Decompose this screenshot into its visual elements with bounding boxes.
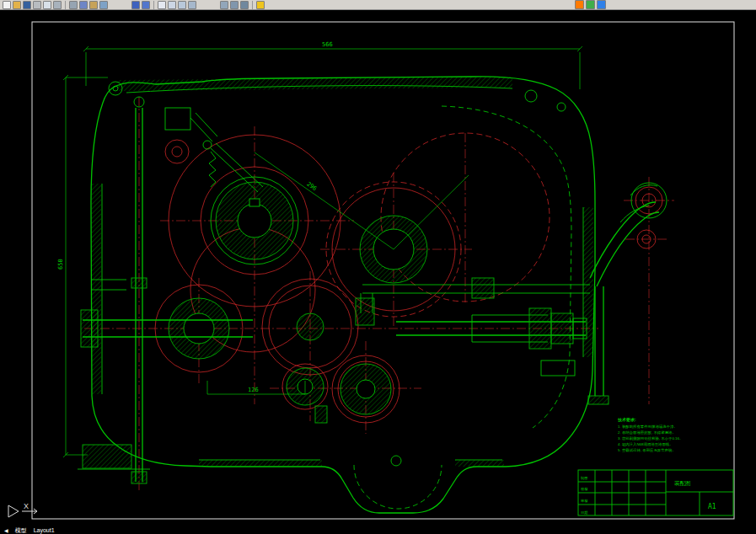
pan-realtime-icon[interactable] xyxy=(158,1,166,9)
drawing-title: 装配图 xyxy=(674,480,691,487)
section-hatching xyxy=(78,77,593,469)
match-properties-icon[interactable] xyxy=(99,1,108,9)
toolbar-gap xyxy=(197,4,219,5)
technical-notes: 技术要求: 1. 装配前所有零件用煤油清洗干净。 2. 各结合面涂密封胶, 不得… xyxy=(617,417,683,452)
gears-and-bearings xyxy=(169,177,427,466)
title-block-cell: 日期 xyxy=(581,510,587,515)
note-line: 1. 装配前所有零件用煤油清洗干净。 xyxy=(618,425,678,429)
zoom-previous-icon[interactable] xyxy=(188,1,196,9)
redo-icon[interactable] xyxy=(142,1,150,9)
layout-tabbar: ◀ 模型 Layout1 xyxy=(0,527,756,534)
standard-toolbar xyxy=(0,0,756,10)
notes-title: 技术要求: xyxy=(617,417,636,423)
title-block-cell: 审核 xyxy=(581,499,588,503)
indicator-green-icon[interactable] xyxy=(586,0,595,9)
ucs-x-label: X xyxy=(24,502,29,510)
model-space-canvas[interactable]: 566 650 126 296 技术要求: 1. 装配前所有零件用煤油清洗干净。… xyxy=(0,10,756,527)
indicator-orange-icon[interactable] xyxy=(575,0,584,9)
tab-layout1[interactable]: Layout1 xyxy=(34,527,55,534)
standard-toolbar-icons xyxy=(2,1,287,9)
shift-levers xyxy=(541,183,667,404)
toolbar-gap xyxy=(109,4,131,5)
housing-outline xyxy=(91,77,595,513)
note-line: 5. 空载试运转, 各部应无异常声响。 xyxy=(618,448,676,452)
help-icon[interactable] xyxy=(256,1,265,9)
tool-palettes-icon[interactable] xyxy=(240,1,249,9)
qnew-icon[interactable] xyxy=(3,1,11,9)
zoom-window-icon[interactable] xyxy=(178,1,186,9)
plot-icon[interactable] xyxy=(33,1,41,9)
drawing-canvas[interactable]: 566 650 126 296 技术要求: 1. 装配前所有零件用煤油清洗干净。… xyxy=(0,10,756,527)
hidden-lines xyxy=(354,106,571,509)
overlay-indicators xyxy=(574,0,607,9)
selector-mechanism xyxy=(165,108,263,192)
designcenter-icon[interactable] xyxy=(230,1,239,9)
tab-model[interactable]: 模型 xyxy=(15,527,27,534)
save-icon[interactable] xyxy=(23,1,31,9)
note-line: 4. 箱内注入N68润滑油至油面线。 xyxy=(618,442,673,446)
sheet-size-label: A1 xyxy=(708,503,716,510)
cut-icon[interactable] xyxy=(69,1,78,9)
toolbar-separator xyxy=(252,1,253,9)
title-block-cell: 校核 xyxy=(581,487,588,491)
open-icon[interactable] xyxy=(13,1,21,9)
ucs-icon: X xyxy=(8,502,37,517)
note-line: 3. 齿轮副侧隙用铅丝检验, 不小于0.16。 xyxy=(618,436,683,441)
dim-text-566: 566 xyxy=(322,41,333,48)
copy-icon[interactable] xyxy=(79,1,88,9)
tab-scroll-icon[interactable]: ◀ xyxy=(4,527,8,534)
toolbar-separator xyxy=(65,1,66,9)
title-block: 制图 校核 审核 日期 装配图 A1 xyxy=(578,470,733,515)
title-block-cell: 制图 xyxy=(581,476,587,480)
dim-text-650: 650 xyxy=(57,259,64,270)
undo-icon[interactable] xyxy=(131,1,140,9)
shafts xyxy=(81,97,590,483)
dim-text-126: 126 xyxy=(248,387,259,393)
zoom-realtime-icon[interactable] xyxy=(168,1,176,9)
paste-icon[interactable] xyxy=(89,1,98,9)
indicator-blue-icon[interactable] xyxy=(597,0,606,9)
dim-text-296: 296 xyxy=(305,180,318,192)
note-line: 2. 各结合面涂密封胶, 不得渗漏油。 xyxy=(618,430,676,435)
toolbar-separator xyxy=(153,1,154,9)
plot-preview-icon[interactable] xyxy=(43,1,51,9)
publish-icon[interactable] xyxy=(53,1,62,9)
properties-icon[interactable] xyxy=(220,1,228,9)
toolbar-gap xyxy=(265,4,287,5)
